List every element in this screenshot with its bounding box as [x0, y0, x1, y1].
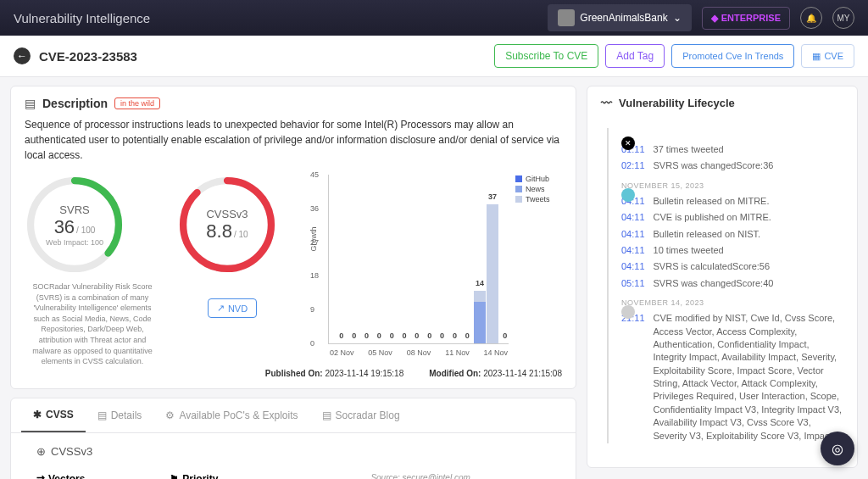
chart-legend: GitHubNewsTweets [515, 175, 562, 367]
timeline-time: 05:11 [621, 277, 645, 290]
timeline-text: Bulletin released on NIST. [654, 228, 761, 241]
chart-bar-value: 0 [453, 331, 457, 340]
chart-bar-value: 0 [390, 331, 394, 340]
tabs-row: ✱CVSS▤Details⚙Available PoC's & Exploits… [11, 398, 576, 433]
chart-xtick: 11 Nov [445, 348, 470, 357]
chart-bar-value: 0 [440, 331, 444, 340]
legend-item: Tweets [515, 195, 562, 203]
timeline-text: CVE modified by NIST, Cwe Id, Cvss Score… [654, 312, 843, 443]
chart-bar: 14 [474, 291, 486, 343]
dates-row: Published On: 2023-11-14 19:15:18 Modifi… [25, 369, 562, 378]
cvss-column: CVSSv3 8.8/ 10 ↗ NVD [177, 175, 287, 367]
tab-label: Details [111, 409, 142, 421]
cvssv3-subtab[interactable]: ⊕ CVSSv3 [36, 445, 550, 458]
tab-icon: ✱ [33, 409, 42, 421]
add-tag-button[interactable]: Add Tag [605, 44, 665, 68]
topbar-right: GreenAnimalsBank ⌄ ◆ ENTERPRISE 🔔 MY [548, 4, 854, 31]
cvss-max: / 10 [234, 230, 248, 239]
timeline-time: 04:11 [621, 211, 645, 224]
enterprise-button[interactable]: ◆ ENTERPRISE [702, 7, 790, 30]
chevron-down-icon: ⌄ [673, 12, 682, 24]
external-link-icon: ↗ [217, 303, 225, 314]
description-text: Sequence of processor instructions leads… [25, 117, 562, 163]
chart-bar: 37 [487, 204, 498, 343]
tab-details[interactable]: ▤Details [86, 398, 154, 432]
chart-bar-value: 0 [403, 331, 407, 340]
user-avatar[interactable]: MY [832, 7, 854, 29]
bell-icon: 🔔 [806, 14, 816, 23]
tab-available-poc-s-exploits[interactable]: ⚙Available PoC's & Exploits [153, 398, 309, 432]
timeline-text: SVRS was changedScore:36 [654, 159, 774, 172]
page-header: ← CVE-2023-23583 Subscribe To CVE Add Ta… [0, 36, 868, 77]
timeline-date-header: NOVEMBER 14, 2023 [621, 298, 843, 307]
chart-bar-value: 0 [465, 331, 470, 340]
app-title: Vulnerability Intelligence [14, 11, 150, 25]
timeline-date-header: ✕ [621, 130, 843, 138]
user-initials: MY [837, 14, 850, 23]
timeline-entry: 04:11Bulletin released on NIST. [621, 228, 843, 241]
details-tabs-card: ✱CVSS▤Details⚙Available PoC's & Exploits… [10, 398, 576, 479]
help-fab[interactable]: ◎ [821, 432, 854, 465]
svrs-column: SVRS 36/ 100 Web Impact: 100 SOCRadar Vu… [25, 175, 160, 367]
timeline-entry: 02:11SVRS was changedScore:36 [621, 159, 843, 172]
timeline-entry: 04:11Bulletin released on MITRE. [621, 195, 843, 208]
arrow-left-icon: ← [17, 50, 27, 62]
chart-xtick: 14 Nov [484, 348, 509, 357]
lifecycle-header: 〰 Vulnerability Lifecycle [601, 97, 843, 109]
flag-icon: ⚑ [170, 473, 179, 479]
description-header: ▤ Description in the wild [25, 97, 562, 110]
chart-xtick: 02 Nov [330, 348, 354, 357]
chart-bar-value: 0 [503, 331, 507, 340]
timeline-node-icon [621, 305, 635, 319]
svrs-max: / 100 [76, 226, 95, 235]
chart-bar-value: 0 [339, 331, 343, 340]
timeline-entry: 04:11SVRS is calculatedScore:56 [621, 260, 843, 273]
vectors-label: Vectors [48, 473, 85, 479]
timeline-text: 10 times tweeted [654, 244, 724, 257]
back-button[interactable]: ← [14, 47, 31, 64]
growth-chart: Growth 091827364502 Nov05 Nov08 Nov11 No… [304, 175, 509, 367]
chart-ytick: 0 [310, 339, 314, 348]
chart-ytick: 45 [310, 170, 319, 179]
lifecycle-timeline[interactable]: ✕01:1137 times tweeted02:11SVRS was chan… [601, 121, 843, 443]
timeline-text: SVRS is calculatedScore:56 [654, 260, 771, 273]
source-label: Source: secure@intel.com [370, 473, 470, 479]
cve-button[interactable]: ▦ CVE [801, 44, 854, 68]
promoted-button[interactable]: Promoted Cve In Trends [671, 44, 794, 68]
org-name: GreenAnimalsBank [580, 12, 667, 24]
nvd-button[interactable]: ↗ NVD [208, 298, 257, 318]
svrs-sub: Web Impact: 100 [46, 238, 103, 247]
org-selector[interactable]: GreenAnimalsBank ⌄ [548, 4, 691, 31]
timeline-entry: 01:1137 times tweeted [621, 143, 843, 156]
description-body: SVRS 36/ 100 Web Impact: 100 SOCRadar Vu… [25, 175, 562, 367]
tab-cvss[interactable]: ✱CVSS [21, 398, 86, 432]
chart-bar-value: 14 [476, 279, 484, 287]
right-column: 〰 Vulnerability Lifecycle ✕01:1137 times… [587, 86, 858, 468]
priority-item: ⚑ Priority [170, 473, 218, 479]
tab-socradar-blog[interactable]: ▤Socradar Blog [310, 398, 412, 432]
notifications-button[interactable]: 🔔 [800, 7, 822, 29]
tab-label: Available PoC's & Exploits [179, 409, 298, 421]
cve-button-label: CVE [824, 51, 843, 61]
vectors-row: ⇄ Vectors ⚑ Priority Source: secure@inte… [36, 473, 550, 479]
legend-item: GitHub [515, 175, 562, 183]
description-title: Description [42, 97, 108, 110]
chart-bar-value: 0 [427, 331, 431, 340]
chart-bar-value: 0 [415, 331, 419, 340]
tab-icon: ▤ [97, 409, 107, 421]
tab-icon: ▤ [322, 409, 331, 421]
lifebuoy-icon: ◎ [832, 441, 843, 457]
cve-id-title: CVE-2023-23583 [39, 49, 137, 64]
chart-ytick: 9 [310, 305, 314, 314]
chart-bar-value: 37 [488, 192, 497, 201]
timeline-node-icon: ✕ [621, 136, 635, 150]
tab-label: CVSS [46, 409, 74, 421]
subscribe-button[interactable]: Subscribe To CVE [494, 44, 598, 68]
diamond-icon: ◆ [711, 13, 718, 24]
target-icon: ⊕ [36, 445, 46, 458]
pulse-icon: 〰 [601, 97, 612, 109]
growth-chart-area: Growth 091827364502 Nov05 Nov08 Nov11 No… [304, 175, 562, 367]
table-icon: ▦ [812, 51, 821, 62]
tab-label: Socradar Blog [336, 409, 400, 421]
timeline-time: 21:11 [621, 312, 645, 443]
